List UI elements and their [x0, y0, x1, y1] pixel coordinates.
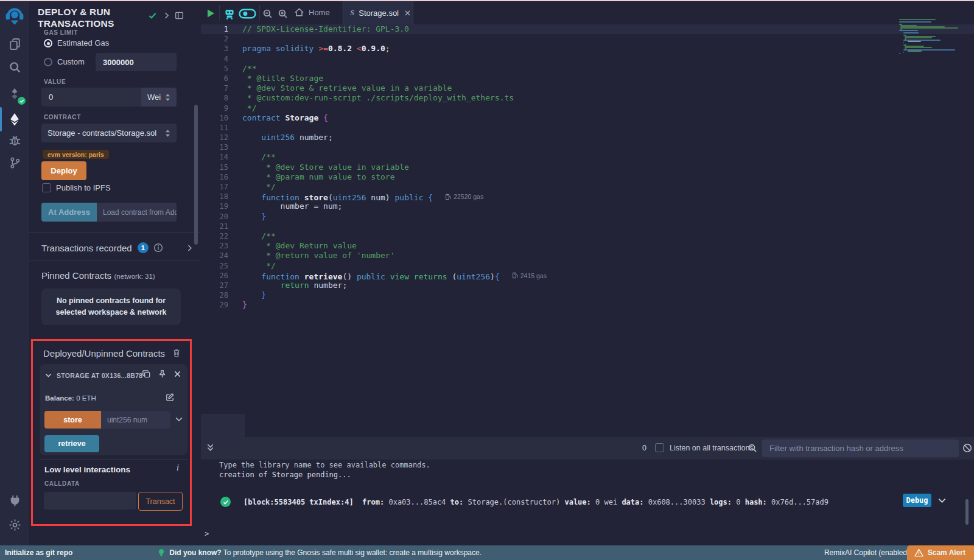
debug-button[interactable]: Debug — [903, 494, 931, 507]
code-line-5[interactable]: 5/** — [201, 64, 974, 74]
search-icon[interactable] — [0, 55, 29, 79]
code-line-13[interactable]: 13 — [201, 142, 974, 152]
code-line-17[interactable]: 17 */ — [201, 182, 974, 192]
clear-terminal-icon[interactable] — [962, 443, 972, 453]
transactions-recorded-row[interactable]: Transactions recorded 1 — [41, 241, 194, 254]
retrieve-button[interactable]: retrieve — [44, 435, 99, 452]
custom-gas-radio[interactable] — [44, 58, 52, 66]
code-line-25[interactable]: 25 */ — [201, 261, 974, 271]
zoom-in-icon[interactable] — [278, 9, 288, 19]
code-line-1[interactable]: 1// SPDX-License-Identifier: GPL-3.0 — [201, 24, 974, 34]
code-line-4[interactable]: 4 — [201, 54, 974, 64]
line-content: * @dev Return value — [228, 241, 357, 251]
contract-select[interactable]: Storage - contracts/Storage.sol — [41, 124, 177, 142]
editor-minimap[interactable] — [899, 19, 967, 54]
code-line-7[interactable]: 7 * @dev Store & retrieve value in a var… — [201, 83, 974, 93]
code-line-20[interactable]: 20 } — [201, 212, 974, 222]
estimated-gas-radio[interactable] — [44, 39, 52, 47]
git-icon[interactable] — [0, 151, 29, 174]
pin-panel-icon[interactable] — [175, 11, 184, 20]
edit-balance-icon[interactable] — [166, 393, 175, 402]
code-line-15[interactable]: 15 * @dev Store value in variable — [201, 163, 974, 172]
terminal-search-icon[interactable] — [748, 443, 757, 453]
line-number: 10 — [201, 113, 228, 123]
terminal-prompt[interactable]: > — [205, 530, 209, 538]
scam-alert-badge[interactable]: Scam Alert — [907, 545, 974, 560]
code-line-26[interactable]: 26 function retrieve() public view retur… — [201, 271, 974, 281]
file-explorer-icon[interactable] — [0, 32, 29, 55]
code-line-11[interactable]: 11 — [201, 123, 974, 133]
listen-all-checkbox[interactable] — [655, 443, 664, 452]
code-line-19[interactable]: 19 number = num; — [201, 201, 974, 211]
close-icon[interactable] — [173, 370, 181, 378]
chevron-right-icon[interactable] — [186, 244, 194, 252]
collapse-terminal-icon[interactable] — [206, 443, 215, 452]
solidity-compiler-icon[interactable] — [0, 82, 29, 105]
code-line-2[interactable]: 2 — [201, 34, 974, 44]
code-line-24[interactable]: 24 * @return value of 'number' — [201, 251, 974, 261]
panel-scrollbar[interactable] — [194, 105, 198, 245]
low-level-title: Low level interactions — [44, 465, 130, 474]
line-number: 6 — [201, 74, 228, 83]
calldata-input[interactable] — [44, 492, 136, 509]
code-line-22[interactable]: 22 /** — [201, 231, 974, 241]
zoom-out-icon[interactable] — [262, 9, 273, 19]
expand-args-chevron-icon[interactable] — [175, 415, 183, 424]
info-circle-icon[interactable] — [153, 243, 163, 253]
copilot-toggle-icon[interactable] — [239, 9, 256, 19]
code-line-9[interactable]: 9 */ — [201, 103, 974, 113]
code-line-12[interactable]: 12 uint256 number; — [201, 133, 974, 142]
ai-robot-icon[interactable] — [223, 7, 236, 20]
code-line-10[interactable]: 10contract Storage { — [201, 113, 974, 123]
code-line-29[interactable]: 29} — [201, 300, 974, 310]
code-editor[interactable]: 1// SPDX-License-Identifier: GPL-3.023pr… — [201, 24, 974, 310]
publish-ipfs-checkbox[interactable] — [42, 183, 51, 192]
copilot-status[interactable]: RemixAI Copilot (enabled) — [824, 548, 909, 557]
deploy-run-icon[interactable] — [0, 108, 29, 131]
code-line-23[interactable]: 23 * @dev Return value — [201, 241, 974, 251]
balance-value: 0 ETH — [74, 394, 96, 402]
tab-storage-sol[interactable]: S Storage.sol — [343, 1, 413, 24]
info-i-icon[interactable]: i — [177, 463, 179, 473]
terminal: 0 Listen on all transactions Filter with… — [201, 437, 974, 545]
transact-button[interactable]: Transact — [138, 492, 183, 511]
line-number: 4 — [201, 54, 228, 64]
line-number: 16 — [201, 172, 228, 182]
terminal-filter-input[interactable]: Filter with transaction hash or address — [762, 439, 959, 457]
code-line-6[interactable]: 6 * @title Storage — [201, 74, 974, 83]
debugger-icon[interactable] — [0, 128, 29, 152]
code-line-3[interactable]: 3pragma solidity >=0.8.2 <0.9.0; — [201, 44, 974, 54]
plugin-manager-icon[interactable] — [0, 489, 29, 512]
git-init-status[interactable]: Initialize as git repo — [5, 548, 72, 557]
deploy-button[interactable]: Deploy — [41, 161, 86, 180]
tx-log-line[interactable]: [block:5583405 txIndex:4] from: 0xa03...… — [244, 498, 829, 506]
terminal-scrollbar[interactable] — [965, 499, 969, 525]
store-arg-input[interactable]: uint256 num — [101, 411, 170, 429]
remix-logo-icon[interactable] — [0, 4, 29, 29]
value-input[interactable]: 0 — [41, 88, 141, 107]
panel-expand-chevron-icon[interactable] — [163, 12, 170, 19]
pin-icon[interactable] — [158, 369, 167, 379]
custom-gas-input[interactable]: 3000000 — [96, 53, 177, 71]
expand-tx-chevron-icon[interactable] — [937, 496, 947, 505]
code-line-8[interactable]: 8 * @custom:dev-run-script ./scripts/dep… — [201, 93, 974, 103]
code-line-18[interactable]: 18 function store(uint256 num) public {2… — [201, 192, 974, 201]
trash-icon[interactable] — [172, 348, 181, 357]
code-line-14[interactable]: 14 /** — [201, 152, 974, 162]
code-line-27[interactable]: 27 return number; — [201, 281, 974, 290]
settings-gear-icon[interactable] — [0, 513, 29, 536]
code-line-16[interactable]: 16 * @param num value to store — [201, 172, 974, 182]
run-script-play-icon[interactable] — [206, 9, 215, 18]
copy-icon[interactable] — [142, 369, 151, 379]
tab-home[interactable]: Home — [294, 7, 330, 18]
line-content: /** — [228, 64, 256, 74]
at-address-button[interactable]: At Address — [41, 203, 97, 222]
at-address-input[interactable]: Load contract from Addre — [97, 203, 177, 222]
evm-version-badge: evm version: paris — [43, 150, 109, 159]
value-unit-select[interactable]: Wei — [141, 88, 177, 107]
store-button[interactable]: store — [44, 411, 101, 429]
code-line-21[interactable]: 21 — [201, 222, 974, 231]
code-line-28[interactable]: 28 } — [201, 290, 974, 300]
chevron-down-icon[interactable] — [44, 371, 52, 379]
close-tab-icon[interactable] — [404, 10, 411, 16]
